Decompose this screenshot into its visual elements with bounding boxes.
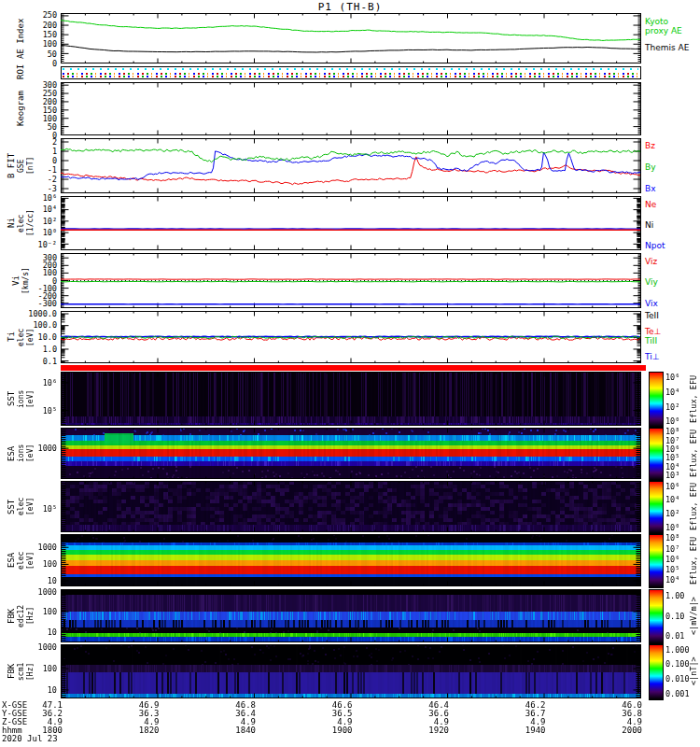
- sst_ions-cbtick: 10⁶: [665, 374, 679, 382]
- fbk_b-colorbar: [649, 644, 664, 700]
- sst_ions-cbtick: 10⁰: [665, 417, 679, 426]
- bfit-series-b-green: [61, 148, 640, 162]
- fbk_b-cbtick: 1.000: [665, 646, 690, 655]
- esa_ions-colorbar: [649, 428, 664, 481]
- esa_ions-ylabel: ions: [17, 428, 25, 479]
- ni-ylabel: Ni: [7, 196, 16, 250]
- ti-ylabel: [eV]: [26, 311, 35, 363]
- esa_elec-ylabel: [eV]: [26, 534, 35, 586]
- ae-series-themis-ae: [61, 45, 640, 52]
- esa_elec-cbtick: 10⁶: [665, 556, 679, 564]
- vi-legend-vix: Vix: [645, 300, 658, 309]
- sst_elec-cbtick: 10⁰: [665, 524, 679, 532]
- sst_elec-ylabel: [eV]: [26, 481, 35, 532]
- ni-axes: [0, 195, 700, 251]
- fbk_b-ylabel: [Hz]: [26, 644, 35, 698]
- axis-value-hhmm-6: 2000: [597, 726, 642, 735]
- sst_ions-ylabel: SST: [7, 372, 16, 426]
- ni-legend-ni: Ni: [645, 221, 653, 231]
- fbk_e-cbtick: 1.00: [665, 592, 684, 600]
- fbk_b-cbtitle: <|nT|>: [689, 644, 698, 698]
- ae-ylabel: AE Index: [17, 13, 25, 63]
- sst_elec-axes: [0, 480, 700, 533]
- keogram-ylabel: Keogram: [17, 82, 25, 135]
- esa_elec-colorbar: [649, 534, 664, 588]
- fbk_b-ylabel: FBK: [7, 644, 16, 698]
- sst_elec-cbtitle: Eflux, EFU: [689, 481, 698, 532]
- keogram-ytick: 250: [1, 90, 57, 98]
- esa_elec-ylabel: elec: [17, 534, 25, 586]
- ni-legend-npot: Npot: [645, 242, 665, 251]
- fbk_b-cbtick: 0.100: [665, 660, 690, 669]
- fbk_e-cbtick: 0.01: [665, 632, 684, 641]
- esa_elec-ylabel: ESA: [7, 534, 16, 586]
- keogram-ytick: 200: [1, 98, 57, 106]
- esa_elec-axes: [0, 533, 700, 587]
- esa_elec-cbtick: 10⁵: [665, 566, 679, 574]
- fbk_e-axes: [0, 588, 700, 643]
- sst_elec-cbtick: 10⁴: [665, 496, 679, 504]
- sst_ions-axes: [0, 371, 700, 427]
- ae-ytick: 200: [1, 21, 57, 30]
- ni-ylabel: [1/cc]: [26, 196, 35, 250]
- ni-legend-ne: Ne: [645, 201, 656, 210]
- fbk_e-colorbar: [649, 589, 664, 644]
- sst_ions-cbtitle: Eflux, EFU: [689, 372, 698, 426]
- date-label: 2020 Jul 23: [2, 735, 58, 743]
- fbk_e-ylabel: FBK: [7, 589, 16, 642]
- esa_ions-cbtick: 10³: [665, 472, 679, 480]
- bfit-ylabel: GSE: [17, 138, 25, 193]
- vi-legend-viy: Viy: [645, 278, 658, 288]
- fbk_b-ylabel: scm1: [17, 644, 25, 698]
- sst_ions-ylabel: ions: [17, 372, 25, 426]
- vi-series-viy: [61, 281, 640, 282]
- themis-overview-plot: P1 (TH-B) 050100150200250AE IndexKyoto p…: [0, 0, 700, 747]
- ae-axes: [0, 12, 700, 64]
- fbk_e-cbtick: 0.10: [665, 613, 684, 621]
- keogram-ytick: 50: [1, 123, 57, 132]
- ti-ylabel: Ti: [7, 311, 16, 363]
- ni-ylabel: elec: [17, 196, 25, 250]
- sst_elec-ylabel: SST: [7, 481, 16, 532]
- esa_elec-cbtick: 10⁷: [665, 545, 679, 554]
- sst_ions-cbtick: 10²: [665, 403, 679, 412]
- fbk_b-cbtick: 0.001: [665, 690, 690, 698]
- sst_elec-cbtick: 10²: [665, 510, 679, 518]
- ti-ylabel: elec: [17, 311, 25, 363]
- axis-value-hhmm-5: 1940: [501, 726, 546, 735]
- bfit-ylabel: [nT]: [26, 138, 35, 193]
- roi-flag-row-0: [63, 68, 638, 70]
- axis-value-hhmm-1: 1820: [115, 726, 160, 735]
- keogram-ytick: 150: [1, 106, 57, 115]
- fbk_e-cbtitle: <|mV/m|>: [689, 589, 698, 642]
- ae-ytick: 250: [1, 11, 57, 20]
- vi-ylabel: [km/s]: [21, 253, 30, 308]
- ae-ytick: 100: [1, 40, 57, 49]
- sst_elec-colorbar: [649, 481, 664, 534]
- axis-value-hhmm-3: 1900: [308, 726, 353, 735]
- roi-flag-row-1: [63, 73, 638, 75]
- vi-ylabel: Vi: [12, 253, 21, 308]
- fbk_e-ylabel: [Hz]: [26, 589, 35, 642]
- ti-axes: [0, 310, 700, 364]
- bfit-ylabel: B FIT: [7, 138, 16, 193]
- bfit-axes: [0, 137, 700, 194]
- bfit-legend-by: By: [645, 163, 656, 173]
- keogram-ytick: 100: [1, 115, 57, 123]
- axis-value-hhmm-2: 1840: [211, 726, 256, 735]
- bfit-legend-bx: Bx: [645, 185, 656, 194]
- ae-ytick: 150: [1, 31, 57, 39]
- axis-value-hhmm-4: 1920: [404, 726, 449, 735]
- esa_ions-cbtitle: Eflux, EFU: [689, 428, 698, 479]
- ae-ytick: 50: [1, 50, 57, 59]
- esa_elec-cbtick: 10⁸: [665, 534, 679, 543]
- roi-flag-row-2: [63, 76, 638, 78]
- sst_elec-ylabel: elec: [17, 481, 25, 532]
- vi-legend-viz: Viz: [645, 258, 657, 267]
- ti-legend-tiii: TiII: [645, 337, 657, 346]
- ti-legend-ti⊥: Ti⊥: [645, 353, 660, 362]
- vi-axes: [0, 252, 700, 309]
- fbk_b-cbtick: 0.010: [665, 675, 690, 684]
- keogram-axes: [0, 81, 700, 136]
- sst_ions-ylabel: [eV]: [26, 372, 35, 426]
